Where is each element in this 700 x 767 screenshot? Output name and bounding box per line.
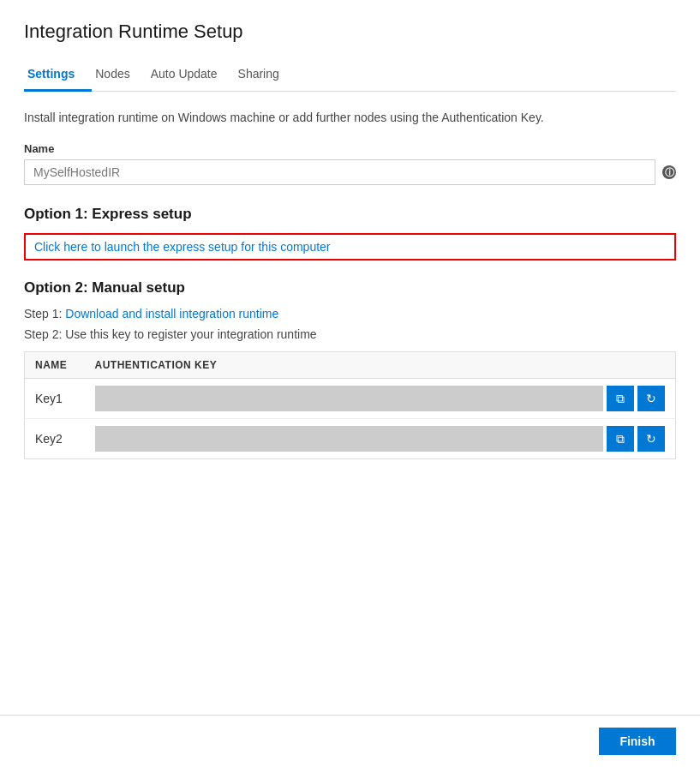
- step1-row: Step 1: Download and install integration…: [24, 307, 676, 321]
- tab-settings[interactable]: Settings: [24, 60, 92, 92]
- option2-title: Option 2: Manual setup: [24, 279, 676, 297]
- settings-description: Install integration runtime on Windows m…: [24, 109, 607, 127]
- col-auth-key-header: AUTHENTICATION KEY: [85, 352, 676, 379]
- key2-name: Key2: [25, 419, 85, 459]
- step2-text: Step 2: Use this key to register your in…: [24, 327, 676, 341]
- option1-title: Option 1: Express setup: [24, 206, 676, 223]
- tab-nodes[interactable]: Nodes: [92, 60, 147, 92]
- key2-copy-button[interactable]: ⧉: [607, 426, 634, 452]
- key1-cell: ⧉ ↻: [85, 379, 676, 419]
- tab-auto-update[interactable]: Auto Update: [147, 60, 235, 92]
- express-setup-box: Click here to launch the express setup f…: [24, 233, 676, 261]
- step1-link[interactable]: Download and install integration runtime: [65, 307, 278, 321]
- name-info-icon: ⓘ: [662, 165, 676, 179]
- key2-cell: ⧉ ↻: [85, 419, 676, 459]
- tab-sharing[interactable]: Sharing: [235, 60, 296, 92]
- page-title: Integration Runtime Setup: [24, 21, 676, 43]
- name-label: Name: [24, 142, 54, 155]
- key1-name: Key1: [25, 379, 85, 419]
- step1-label: Step 1:: [24, 307, 62, 321]
- tab-bar: Settings Nodes Auto Update Sharing: [24, 60, 676, 92]
- key2-input: [95, 426, 604, 452]
- table-row: Key2 ⧉ ↻: [25, 419, 676, 459]
- key2-refresh-button[interactable]: ↻: [637, 426, 665, 452]
- footer: Finish: [0, 715, 700, 767]
- express-setup-link[interactable]: Click here to launch the express setup f…: [34, 240, 331, 254]
- name-input[interactable]: [24, 159, 655, 185]
- key1-copy-button[interactable]: ⧉: [607, 386, 634, 411]
- key1-input: [95, 386, 604, 411]
- auth-key-table: NAME AUTHENTICATION KEY Key1 ⧉ ↻ Key2: [24, 351, 676, 459]
- finish-button[interactable]: Finish: [599, 728, 676, 755]
- key1-refresh-button[interactable]: ↻: [637, 386, 665, 411]
- table-row: Key1 ⧉ ↻: [25, 379, 676, 419]
- col-name-header: NAME: [25, 352, 85, 379]
